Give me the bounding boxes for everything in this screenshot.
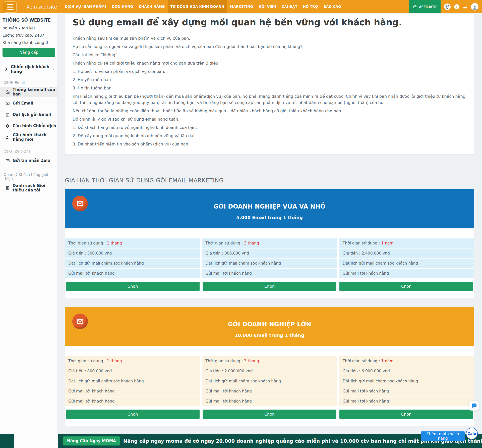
sidebar-item[interactable]: Cấu hình Chiến dịch — [0, 121, 57, 131]
navbar-right: AFFILIATE ? — [409, 0, 482, 13]
plan-duration-value: 1 năm — [381, 359, 393, 363]
user-avatar[interactable] — [471, 3, 478, 11]
article-body: Khách hàng sau khi đã mua sản phẩm và dị… — [65, 32, 474, 154]
page-title: Sử dụng email để xây dựng mối quan hệ bề… — [65, 14, 474, 32]
package-name: GÓI DOANH NGHIỆP VỪA VÀ NHỎ — [65, 189, 474, 210]
plan-choose-button[interactable]: Chọn — [203, 410, 336, 419]
bell-icon[interactable] — [463, 4, 467, 9]
sidebar-item[interactable]: Thống kê email của bạn — [0, 87, 57, 97]
plan-duration-value: 1 tháng — [107, 359, 122, 363]
nav-item[interactable]: HỖ TRỢ — [300, 0, 321, 13]
envelope-icon — [6, 101, 10, 106]
campaign-icon — [5, 67, 9, 71]
stats-success: Khả năng thành công:0 — [3, 40, 54, 45]
plan-choose-button[interactable]: Chọn — [66, 282, 200, 291]
envelope-open-icon — [6, 90, 10, 94]
stats-user-name: nguyễn xuan ket — [3, 26, 54, 30]
globe-icon[interactable] — [444, 4, 451, 10]
package-header: GÓI DOANH NGHIỆP VỪA VÀ NHỎ5.000 Email t… — [65, 189, 474, 228]
package-subtitle: 5.000 Email trong 1 tháng — [65, 215, 474, 220]
promo-bottom-bar: Nâng Cấp Ngay MOMA Nâng cấp ngay moma để… — [58, 434, 482, 448]
zalo-icon[interactable]: Zalo — [466, 428, 478, 439]
plan-duration-label: Thời gian sử dụng : — [205, 241, 243, 245]
plan-duration-cell: Thời gian sử dụng :3 tháng — [202, 238, 337, 248]
gift-icon — [413, 5, 417, 9]
upgrade-button[interactable]: Nâng cấp — [3, 48, 55, 57]
nav-item[interactable]: ĐƠN HÀNG — [109, 0, 136, 13]
hamburger-bar — [7, 4, 14, 5]
plan-duration-cell: Thời gian sử dụng :1 năm — [339, 356, 474, 366]
plan-choose-button[interactable]: Chọn — [66, 410, 200, 419]
plan-feature-cell: Đặt lịch gửi mail chăm sóc khách hàng — [65, 259, 200, 269]
plan-duration-cell: Thời gian sử dụng :3 tháng — [202, 356, 337, 366]
add-customer-button[interactable]: Thêm mới khách hàng — [421, 431, 465, 441]
affiliate-button[interactable]: AFFILIATE — [409, 0, 441, 13]
sidebar-item[interactable]: Đặt lịch gửi Email — [0, 109, 57, 120]
nav-item[interactable]: MARKETING — [227, 0, 256, 13]
help-icon[interactable]: ? — [454, 4, 459, 9]
sidebar-item[interactable]: Gửi Email — [0, 98, 57, 109]
sidebar-section-label: CSKH Email — [0, 81, 57, 85]
address-book-icon — [6, 186, 10, 190]
moma-upgrade-button[interactable]: Nâng Cấp Ngay MOMA — [63, 436, 120, 445]
article-paragraph: 1. Họ biết rõ về sản phẩm và dịch vụ của… — [73, 68, 466, 75]
plan-feature-cell: Đặt lịch gửi mail chăm sóc khách hàng — [202, 376, 337, 386]
plan-choose-button[interactable]: Chọn — [339, 282, 473, 291]
plan-duration-value: 3 tháng — [244, 359, 259, 363]
sidebar-item[interactable]: Danh sách Giới thiệu của tôi — [0, 183, 57, 193]
envelope-circle-icon — [72, 196, 88, 211]
nav-item[interactable]: DỊCH VỤ (SẢN PHẨM) — [62, 0, 109, 13]
article-paragraph: Đó chính là lý do vì sao khi sử dụng ema… — [73, 116, 466, 122]
article-paragraph: Câu trả lời là: “không”. — [73, 52, 466, 58]
article-paragraph: Khi khách hàng giới thiệu bạn bè (người … — [73, 93, 466, 106]
nav-item[interactable]: BÁO CÁO — [321, 0, 344, 13]
article-paragraph: Khách hàng sau khi đã mua sản phẩm và dị… — [73, 35, 466, 41]
plan-feature-cell: Gửi mail tới khách hàng — [65, 396, 200, 407]
hamburger-menu-button[interactable] — [4, 1, 17, 13]
plan-table: Thời gian sử dụng :1 thángThời gian sử d… — [65, 356, 474, 407]
sidebar-item-label: Thống kê email của bạn — [13, 87, 57, 96]
plan-feature-cell: Gửi mail tới khách hàng — [202, 269, 337, 279]
article-paragraph: 3. Họ tin tưởng bạn. — [73, 85, 466, 91]
nav-item[interactable]: KHÁCH HÀNG — [136, 0, 167, 13]
nav-item[interactable]: TỰ ĐỘNG HÓA KINH DOANH — [168, 0, 227, 13]
sidebar-item-label: Cấu hình Chiến dịch — [13, 124, 56, 128]
gear-icon — [6, 124, 10, 128]
affiliate-label: AFFILIATE — [419, 5, 437, 9]
plan-duration-cell: Thời gian sử dụng :1 tháng — [65, 238, 200, 248]
plan-price-cell: Giá tiền : 6.000.000 vnđ — [339, 366, 474, 376]
sidebar-item-label: Cấu hình khách hàng mới — [13, 133, 57, 142]
plan-price-cell: Giá tiền : 806.000 vnđ — [202, 248, 337, 259]
sidebar-section-label: CSKH Zalo Zns — [0, 149, 57, 153]
navbar-menu: DỊCH VỤ (SẢN PHẨM)ĐƠN HÀNGKHÁCH HÀNGTỰ Đ… — [62, 0, 344, 13]
plan-feature-cell: Đặt lịch gửi mail chăm sóc khách hàng — [202, 259, 337, 269]
plan-duration-label: Thời gian sử dụng : — [68, 241, 106, 245]
plan-choose-button[interactable]: Chọn — [203, 282, 336, 291]
plan-duration-label: Thời gian sử dụng : — [205, 359, 243, 363]
article-paragraph: Họ có sẵn lòng ra ngoài kia và giới thiệ… — [73, 43, 466, 50]
nav-item[interactable]: CÀI ĐẶT — [279, 0, 300, 13]
plan-duration-label: Thời gian sử dụng : — [343, 359, 380, 363]
chat-bubble-icon[interactable] — [469, 401, 479, 411]
sidebar-item[interactable]: Gửi tin nhắn Zalo — [0, 155, 57, 166]
plan-choose-button[interactable]: Chọn — [339, 410, 473, 419]
plan-duration-label: Thời gian sử dụng : — [68, 359, 106, 363]
zalo-label: Zalo — [467, 432, 476, 436]
brand-link[interactable]: Xem website — [26, 4, 57, 10]
article-paragraph: Khách hàng cũ sẽ chỉ giới thiệu khách hà… — [73, 60, 466, 66]
envelope-icon — [6, 159, 10, 163]
support-chat-widget[interactable] — [0, 434, 14, 448]
package-name: GÓI DOANH NGHIỆP LỚN — [65, 307, 474, 328]
plan-feature-cell: Đặt lịch gửi mail chăm sóc khách hàng — [65, 376, 200, 386]
plan-duration-cell: Thời gian sử dụng :1 tháng — [65, 356, 200, 366]
article-paragraph: 2. Để xây dựng mối quan hệ kinh doanh bề… — [73, 133, 466, 139]
plan-table: Thời gian sử dụng :1 thángThời gian sử d… — [65, 238, 474, 279]
sidebar-item-campaign[interactable]: Chiến dịch khách hàng ‹ — [0, 64, 57, 74]
sidebar-item[interactable]: Cấu hình khách hàng mới — [0, 132, 57, 142]
package-header: GÓI DOANH NGHIỆP LỚN20.000 Email trong 1… — [65, 307, 474, 346]
package-card: GÓI DOANH NGHIỆP LỚN20.000 Email trong 1… — [65, 307, 474, 426]
plan-duration-value: 3 tháng — [244, 241, 259, 245]
sidebar-item-label: Danh sách Giới thiệu của tôi — [13, 183, 57, 192]
article-card: Sử dụng email để xây dựng mối quan hệ bề… — [65, 13, 474, 155]
nav-item[interactable]: HỘI VIÊN — [256, 0, 279, 13]
